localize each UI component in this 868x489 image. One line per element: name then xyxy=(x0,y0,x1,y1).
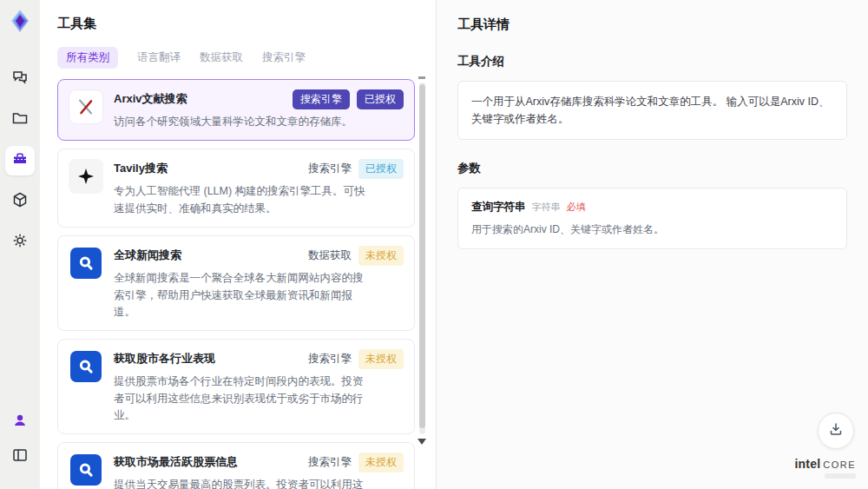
category-badge: 搜索引擎 xyxy=(308,352,352,367)
brand-subtext xyxy=(825,473,856,479)
chat-icon xyxy=(11,69,29,89)
download-button[interactable] xyxy=(818,413,854,449)
auth-status-badge: 未授权 xyxy=(358,246,404,266)
app-logo-icon xyxy=(6,7,34,35)
tool-description: 提供当天交易量最高的股票列表。投资者可以利用这些信息来识别流动性强的股票和潜在的… xyxy=(114,477,367,489)
brand-intel-text: intel xyxy=(794,457,820,471)
tool-description: 访问各个研究领域大量科学论文和文章的存储库。 xyxy=(114,114,367,130)
params-heading: 参数 xyxy=(457,161,847,176)
list-scrollbar[interactable] xyxy=(418,76,426,459)
auth-status-badge: 未授权 xyxy=(358,453,404,472)
user-profile-button[interactable] xyxy=(5,407,35,437)
nav-chat-button[interactable] xyxy=(5,64,35,94)
tool-list: Arxiv文献搜索 搜索引擎 已授权 访问各个研究领域大量科学论文和文章的存储库… xyxy=(57,79,415,489)
tool-description: 提供股票市场各个行业在特定时间段内的表现。投资者可以利用这些信息来识别表现优于或… xyxy=(114,373,367,424)
tools-panel: 工具集 所有类别 语言翻译 数据获取 搜索引擎 Arxiv文献搜索 xyxy=(40,0,436,489)
intro-text: 一个用于从Arxiv存储库搜索科学论文和文章的工具。 输入可以是Arxiv ID… xyxy=(471,93,833,128)
toolbox-icon xyxy=(11,150,29,171)
tab-search-engine[interactable]: 搜索引擎 xyxy=(262,47,306,69)
tool-name: 获取股市各行业表现 xyxy=(114,349,215,367)
blue-search-icon xyxy=(69,453,103,487)
tab-data-acquisition[interactable]: 数据获取 xyxy=(200,47,243,69)
collapse-panel-button[interactable] xyxy=(5,442,35,472)
page-title: 工具集 xyxy=(57,16,436,32)
tool-card-most-active-stocks[interactable]: 获取市场最活跃股票信息 搜索引擎 未授权 提供当天交易量最高的股票列表。投资者可… xyxy=(57,442,415,489)
arxiv-icon xyxy=(69,89,103,124)
tool-detail-panel: 工具详情 工具介绍 一个用于从Arxiv存储库搜索科学论文和文章的工具。 输入可… xyxy=(436,0,868,489)
tool-name: Tavily搜索 xyxy=(114,159,168,176)
scroll-down-button[interactable] xyxy=(418,439,426,445)
tool-card-tavily[interactable]: Tavily搜索 搜索引擎 已授权 专为人工智能代理 (LLM) 构建的搜索引擎… xyxy=(57,149,415,228)
gear-icon xyxy=(11,232,29,253)
folder-icon xyxy=(11,109,29,130)
scrollbar-track[interactable] xyxy=(419,83,425,434)
nav-models-button[interactable] xyxy=(5,187,35,216)
panel-icon xyxy=(11,446,29,467)
tool-name: 全球新闻搜索 xyxy=(114,246,181,263)
brand-core-text: CORE xyxy=(823,459,856,470)
tavily-star-icon xyxy=(69,159,103,194)
param-description: 用于搜索的Arxiv ID、关键字或作者姓名。 xyxy=(471,222,833,237)
category-badge: 搜索引擎 xyxy=(308,455,352,470)
scrollbar-thumb[interactable] xyxy=(419,84,425,428)
param-box: 查询字符串 字符串 必填 用于搜索的Arxiv ID、关键字或作者姓名。 xyxy=(457,188,847,249)
tab-all-categories[interactable]: 所有类别 xyxy=(57,47,118,69)
tool-description: 专为人工智能代理 (LLM) 构建的搜索引擎工具。可快速提供实时、准确和真实的结… xyxy=(114,183,367,217)
tool-description: 全球新闻搜索是一个聚合全球各大新闻网站内容的搜索引擎，帮助用户快速获取全球最新资… xyxy=(114,270,367,320)
tool-name: 获取市场最活跃股票信息 xyxy=(114,453,238,470)
user-icon xyxy=(11,412,29,433)
category-badge: 搜索引擎 xyxy=(308,162,352,176)
tool-name: Arxiv文献搜索 xyxy=(114,89,187,107)
param-type: 字符串 xyxy=(532,201,561,214)
intro-box: 一个用于从Arxiv存储库搜索科学论文和文章的工具。 输入可以是Arxiv ID… xyxy=(457,81,847,140)
blue-search-icon xyxy=(69,246,103,281)
auth-status-badge: 已授权 xyxy=(357,89,404,109)
nav-tools-button[interactable] xyxy=(5,146,35,175)
param-name: 查询字符串 xyxy=(471,200,526,215)
nav-settings-button[interactable] xyxy=(5,228,35,257)
blue-search-icon xyxy=(69,349,103,384)
detail-title: 工具详情 xyxy=(457,17,847,33)
tool-card-global-news[interactable]: 全球新闻搜索 数据获取 未授权 全球新闻搜索是一个聚合全球各大新闻网站内容的搜索… xyxy=(57,235,415,331)
download-icon xyxy=(828,421,844,440)
category-tabs: 所有类别 语言翻译 数据获取 搜索引擎 xyxy=(57,47,436,69)
category-badge: 数据获取 xyxy=(308,248,352,263)
auth-status-badge: 未授权 xyxy=(358,349,404,369)
intro-heading: 工具介绍 xyxy=(457,54,847,69)
tool-card-sector-performance[interactable]: 获取股市各行业表现 搜索引擎 未授权 提供股票市场各个行业在特定时间段内的表现。… xyxy=(57,339,415,434)
intel-core-logo: intel CORE xyxy=(794,457,856,479)
param-required-badge: 必填 xyxy=(567,201,586,214)
scroll-up-button[interactable] xyxy=(418,76,425,79)
auth-status-badge: 已授权 xyxy=(358,159,404,179)
tab-language-translation[interactable]: 语言翻译 xyxy=(137,47,181,69)
nav-files-button[interactable] xyxy=(5,105,35,135)
cube-icon xyxy=(11,191,29,212)
category-badge: 搜索引擎 xyxy=(293,89,350,109)
icon-rail xyxy=(0,0,40,489)
app-window: 工具集 所有类别 语言翻译 数据获取 搜索引擎 Arxiv文献搜索 xyxy=(0,0,868,489)
tool-card-arxiv[interactable]: Arxiv文献搜索 搜索引擎 已授权 访问各个研究领域大量科学论文和文章的存储库… xyxy=(57,79,415,141)
